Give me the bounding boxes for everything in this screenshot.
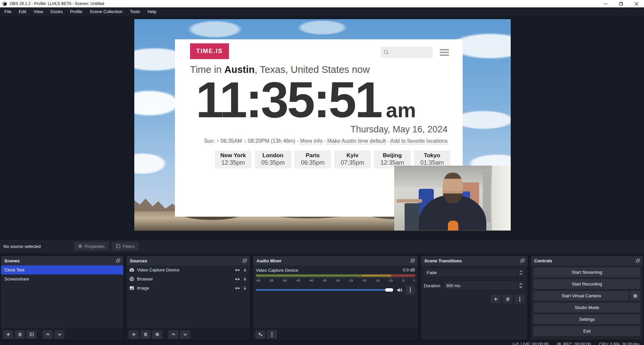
channel-name: Video Capture Device — [256, 268, 298, 273]
menu-tools[interactable]: Tools — [126, 7, 144, 16]
advanced-audio-button[interactable] — [255, 330, 265, 339]
add-source-button[interactable] — [129, 330, 139, 339]
sources-list: Video Capture Device Browser Image — [127, 265, 250, 329]
city-london[interactable]: London05:35pm — [255, 150, 291, 168]
source-move-down-button[interactable] — [180, 330, 190, 339]
webcam-overlay[interactable] — [394, 166, 511, 230]
menu-scene-collection[interactable]: Scene Collection — [86, 7, 126, 16]
popout-icon[interactable] — [116, 258, 121, 263]
transition-menu-button[interactable] — [515, 295, 525, 303]
titlebar: OBS 29.1.2 - Profile: LLHLS BETA - Scene… — [0, 0, 644, 7]
properties-button[interactable]: Properties — [74, 242, 108, 251]
volume-slider-handle[interactable] — [385, 288, 393, 292]
clock-time: 11:35:51 — [196, 72, 381, 128]
more-info-link[interactable]: More info — [300, 138, 323, 144]
menu-docks[interactable]: Docks — [47, 7, 66, 16]
start-streaming-button[interactable]: Start Streaming — [534, 267, 640, 277]
city-kyiv[interactable]: Kyiv07:35pm — [334, 150, 371, 168]
globe-icon — [129, 276, 134, 282]
menu-help[interactable]: Help — [144, 7, 160, 16]
exit-button[interactable]: Exit — [534, 326, 640, 336]
rec-time: REC: 00:00:00 — [563, 342, 591, 345]
speaker-icon[interactable] — [397, 287, 402, 293]
city-paris[interactable]: Paris06:35pm — [294, 150, 331, 168]
status-bar: LIVE: 00:00:00 REC: 00:00:00 CPU: 0.6%, … — [0, 340, 644, 345]
filters-button[interactable]: Filters — [112, 242, 138, 251]
scene-move-up-button[interactable] — [43, 330, 53, 339]
virtual-camera-config-button[interactable] — [630, 291, 640, 301]
city-newyork[interactable]: New York12:35pm — [215, 150, 251, 168]
add-scene-button[interactable] — [3, 330, 13, 339]
meter-tick-labels: -60-55-50-45-40-35-30-25-20-15-10-50 — [256, 279, 415, 282]
menubar: File Edit View Docks Profile Scene Colle… — [0, 7, 644, 16]
add-transition-button[interactable] — [491, 295, 501, 303]
duration-down-button[interactable] — [519, 286, 522, 288]
record-inactive-icon — [557, 342, 561, 345]
studio-mode-button[interactable]: Studio Mode — [534, 303, 640, 312]
channel-level-db: 0.0 dB — [403, 268, 415, 273]
duration-up-button[interactable] — [519, 283, 522, 285]
remove-source-button[interactable] — [140, 330, 150, 339]
volume-slider[interactable] — [256, 289, 393, 291]
source-move-up-button[interactable] — [168, 330, 178, 339]
transition-select-arrows[interactable] — [517, 268, 524, 277]
source-item-browser[interactable]: Browser — [127, 274, 250, 284]
filter-icon — [116, 244, 121, 249]
start-virtual-camera-button[interactable]: Start Virtual Camera — [534, 291, 629, 301]
make-default-link[interactable]: Make Austin time default — [327, 138, 386, 144]
scene-item-clock-test[interactable]: Clock Test — [1, 265, 123, 274]
scene-item-screenshare[interactable]: Screenshare — [1, 274, 123, 284]
menu-profile[interactable]: Profile — [66, 7, 86, 16]
source-properties-button[interactable] — [152, 330, 162, 339]
sun-info-line: Sun: ↑ 06:35AM ↓ 08:20PM (13h 46m) - Mor… — [204, 138, 448, 144]
scenes-toolbar — [1, 329, 123, 340]
source-toolbar: No source selected Properties Filters — [0, 240, 644, 253]
lock-icon[interactable] — [243, 277, 247, 281]
stream-inactive-icon — [513, 342, 519, 345]
lock-icon[interactable] — [243, 286, 247, 290]
remove-scene-button[interactable] — [15, 330, 25, 339]
scene-filters-button[interactable] — [27, 330, 37, 339]
live-time: LIVE: 00:00:00 — [521, 342, 549, 345]
search-icon — [383, 49, 389, 55]
mixer-header: Audio Mixer — [253, 256, 418, 265]
visibility-eye-icon[interactable] — [235, 276, 240, 282]
sources-header: Sources — [127, 256, 250, 265]
minimize-button[interactable] — [598, 0, 613, 7]
start-recording-button[interactable]: Start Recording — [534, 279, 640, 289]
hamburger-menu-icon[interactable] — [440, 49, 449, 56]
lock-icon[interactable] — [243, 268, 247, 272]
scenes-list: Clock Test Screenshare — [1, 265, 123, 329]
mixer-toolbar — [253, 329, 418, 340]
transition-select[interactable]: Fade — [424, 268, 525, 277]
source-item-video-capture[interactable]: Video Capture Device — [127, 265, 250, 274]
preview-canvas[interactable]: TIME.IS Time in Austin, Texas, United St… — [134, 19, 511, 231]
close-button[interactable] — [629, 0, 644, 7]
source-item-image[interactable]: Image — [127, 284, 250, 293]
search-input[interactable] — [381, 47, 433, 58]
popout-icon[interactable] — [520, 258, 525, 263]
menu-view[interactable]: View — [30, 7, 47, 16]
popout-icon[interactable] — [636, 258, 640, 263]
channel-menu-button[interactable] — [406, 285, 415, 295]
visibility-eye-icon[interactable] — [235, 267, 240, 273]
person-head — [443, 173, 463, 203]
timeis-logo[interactable]: TIME.IS — [190, 43, 229, 59]
popout-icon[interactable] — [242, 258, 247, 263]
mixer-menu-button[interactable] — [267, 330, 277, 339]
menu-file[interactable]: File — [1, 7, 15, 16]
source-status-text: No source selected — [3, 244, 74, 249]
scene-move-down-button[interactable] — [54, 330, 64, 339]
docks-row: Scenes Clock Test Screenshare Sources — [0, 256, 644, 340]
settings-button[interactable]: Settings — [534, 314, 640, 324]
volume-meter — [256, 274, 415, 277]
remove-transition-button[interactable] — [503, 295, 513, 303]
duration-spinbox[interactable]: 300 ms — [443, 281, 525, 291]
menu-edit[interactable]: Edit — [15, 7, 30, 16]
mixer-channel: Video Capture Device 0.0 dB -60-55-50-45… — [253, 265, 418, 295]
visibility-eye-icon[interactable] — [235, 286, 240, 291]
favorite-link[interactable]: Add to favorite locations — [390, 138, 448, 144]
gear-icon — [78, 244, 83, 249]
popout-icon[interactable] — [410, 258, 415, 263]
restore-button[interactable] — [613, 0, 629, 7]
